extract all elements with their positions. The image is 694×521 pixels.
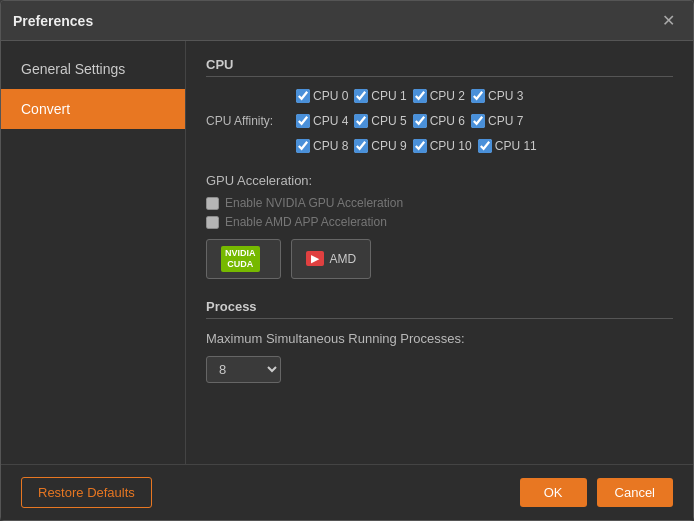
amd-option: Enable AMD APP Acceleration: [206, 215, 673, 229]
nvidia-option-label: Enable NVIDIA GPU Acceleration: [225, 196, 403, 210]
cpu-checkboxes-row1: CPU 0 CPU 1 CPU 2 CPU 3: [296, 89, 523, 103]
cpu11-check[interactable]: CPU 11: [478, 139, 537, 153]
amd-logo: ▶: [306, 251, 324, 266]
dialog-title: Preferences: [13, 13, 93, 29]
cpu6-check[interactable]: CPU 6: [413, 114, 465, 128]
preferences-dialog: Preferences ✕ General Settings Convert C…: [0, 0, 694, 521]
cpu-row-3: CPU 8 CPU 9 CPU 10 CPU 11: [206, 139, 673, 153]
amd-option-label: Enable AMD APP Acceleration: [225, 215, 387, 229]
cpu5-check[interactable]: CPU 5: [354, 114, 406, 128]
cpu-checkboxes-row3: CPU 8 CPU 9 CPU 10 CPU 11: [296, 139, 537, 153]
cpu-section-header: CPU: [206, 57, 673, 77]
dialog-footer: Restore Defaults OK Cancel: [1, 464, 693, 520]
process-section-header: Process: [206, 299, 673, 319]
process-select-row: 1 2 3 4 5 6 7 8 9 10 11 12: [206, 356, 673, 383]
cpu8-check[interactable]: CPU 8: [296, 139, 348, 153]
gpu-section-label: GPU Acceleration:: [206, 173, 673, 188]
cpu-rows: CPU 0 CPU 1 CPU 2 CPU 3 CPU Affinity: CP…: [206, 89, 673, 159]
sidebar: General Settings Convert: [1, 41, 186, 464]
ok-button[interactable]: OK: [520, 478, 587, 507]
cpu9-check[interactable]: CPU 9: [354, 139, 406, 153]
cpu2-check[interactable]: CPU 2: [413, 89, 465, 103]
process-max-label: Maximum Simultaneous Running Processes:: [206, 331, 673, 346]
close-button[interactable]: ✕: [656, 9, 681, 32]
process-section: Process Maximum Simultaneous Running Pro…: [206, 299, 673, 383]
process-select[interactable]: 1 2 3 4 5 6 7 8 9 10 11 12: [206, 356, 281, 383]
cpu1-check[interactable]: CPU 1: [354, 89, 406, 103]
sidebar-item-convert[interactable]: Convert: [1, 89, 185, 129]
nvidia-checkbox[interactable]: [206, 197, 219, 210]
amd-checkbox[interactable]: [206, 216, 219, 229]
restore-defaults-button[interactable]: Restore Defaults: [21, 477, 152, 508]
dialog-body: General Settings Convert CPU CPU 0 CPU 1…: [1, 41, 693, 464]
footer-right-buttons: OK Cancel: [520, 478, 673, 507]
cpu0-check[interactable]: CPU 0: [296, 89, 348, 103]
sidebar-item-general-settings[interactable]: General Settings: [1, 49, 185, 89]
amd-btn-label: AMD: [330, 252, 357, 266]
cpu10-check[interactable]: CPU 10: [413, 139, 472, 153]
nvidia-option: Enable NVIDIA GPU Acceleration: [206, 196, 673, 210]
titlebar: Preferences ✕: [1, 1, 693, 41]
gpu-buttons: NVIDIACUDA ▶ AMD: [206, 239, 673, 279]
cancel-button[interactable]: Cancel: [597, 478, 673, 507]
cpu-affinity-label: CPU Affinity:: [206, 114, 296, 128]
cpu-row-1: CPU 0 CPU 1 CPU 2 CPU 3: [206, 89, 673, 103]
cpu7-check[interactable]: CPU 7: [471, 114, 523, 128]
gpu-section: GPU Acceleration: Enable NVIDIA GPU Acce…: [206, 173, 673, 279]
nvidia-logo: NVIDIACUDA: [221, 246, 260, 272]
cpu-checkboxes-row2: CPU 4 CPU 5 CPU 6 CPU 7: [296, 114, 523, 128]
main-content: CPU CPU 0 CPU 1 CPU 2 CPU 3 CPU Affinity…: [186, 41, 693, 464]
nvidia-button[interactable]: NVIDIACUDA: [206, 239, 281, 279]
cpu4-check[interactable]: CPU 4: [296, 114, 348, 128]
cpu-row-2: CPU Affinity: CPU 4 CPU 5 CPU 6 CPU 7: [206, 114, 673, 128]
cpu3-check[interactable]: CPU 3: [471, 89, 523, 103]
amd-button[interactable]: ▶ AMD: [291, 239, 372, 279]
